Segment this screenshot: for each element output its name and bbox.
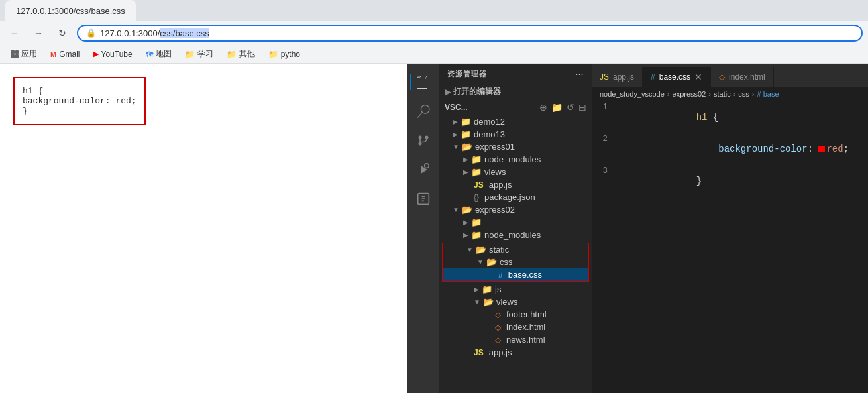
chevron-right-icon: ▶ (445, 87, 451, 97)
tree-item-appjs-2[interactable]: JS app.js (439, 346, 592, 359)
tree-label: node_modules (484, 230, 541, 240)
bookmarks-bar: 应用 M Gmail ▶ YouTube 🗺 地图 📁 学习 📁 其他 📁 py… (0, 45, 868, 64)
bookmark-python[interactable]: 📁 pytho (263, 48, 305, 60)
explorer-activity-icon[interactable] (410, 69, 437, 95)
refresh-button[interactable]: ↻ (53, 24, 72, 42)
tree-item-css[interactable]: ▼ 📂 css (443, 256, 588, 268)
tree-item-packagejson[interactable]: {} package.json (439, 191, 592, 203)
bookmark-gmail[interactable]: M Gmail (45, 48, 85, 60)
refresh-tree-icon[interactable]: ↺ (567, 102, 574, 113)
tree-item-static[interactable]: ▼ 📂 static (443, 243, 588, 256)
folder-open-icon: 📂 (483, 297, 494, 307)
static-folder-group: ▼ 📂 static ▼ 📂 css # base.css (442, 243, 589, 282)
maps-icon: 🗺 (146, 50, 153, 58)
tree-item-node-modules-1[interactable]: ▶ 📁 node_modules (439, 153, 592, 166)
folder-open-icon: 📂 (476, 245, 486, 254)
folder-icon-study: 📁 (185, 50, 195, 59)
tree-item-express02[interactable]: ▼ 📂 express02 (439, 203, 592, 216)
close-tab-icon[interactable]: ✕ (694, 72, 702, 82)
bookmark-other[interactable]: 📁 其他 (221, 47, 260, 61)
tree-label: express01 (475, 142, 515, 152)
tree-item-news-html[interactable]: ◇ news.html (439, 333, 592, 346)
browser-page: h1 { background-color: red; } (0, 64, 407, 393)
apps-icon (11, 50, 19, 58)
svg-point-4 (425, 164, 429, 168)
open-editors-header[interactable]: ▶ 打开的编辑器 (439, 84, 592, 99)
js-file-icon: JS (474, 348, 484, 357)
code-indent (696, 144, 719, 154)
collapse-all-icon[interactable]: ⊟ (578, 102, 586, 113)
tab-label: app.js (613, 72, 634, 82)
tab-html-icon: ◇ (719, 72, 725, 82)
tree-item-express01[interactable]: ▼ 📂 express01 (439, 140, 592, 153)
tree-item-empty[interactable]: ▶ 📁 (439, 216, 592, 229)
tab-indexhtml[interactable]: ◇ index.html (711, 67, 774, 87)
tree-item-demo13[interactable]: ▶ 📁 demo13 (439, 128, 592, 140)
tree-item-appjs-1[interactable]: JS app.js (439, 178, 592, 191)
address-bar[interactable]: 🔒 127.0.0.1:3000/css/base.css (77, 25, 863, 42)
forward-button[interactable]: → (29, 24, 48, 42)
breadcrumb-text: express02 (673, 90, 706, 98)
bookmark-youtube[interactable]: ▶ YouTube (88, 48, 138, 60)
bookmark-gmail-label: Gmail (59, 50, 80, 59)
tab-basecss[interactable]: # base.css ✕ (643, 67, 711, 87)
tree-item-basecss[interactable]: # base.css (443, 268, 588, 281)
code-line-1: h1 { (23, 86, 136, 96)
run-activity-icon[interactable] (410, 156, 437, 183)
sidebar-menu-dots[interactable]: ··· (576, 70, 584, 78)
browser-tab-active[interactable]: 127.0.0.1:3000/css/base.css (5, 0, 136, 21)
chevron-right-icon: ▶ (453, 131, 458, 138)
bookmark-study[interactable]: 📁 学习 (180, 47, 219, 61)
git-activity-icon[interactable] (410, 127, 437, 154)
folder-icon: 📁 (471, 154, 482, 164)
editor-breadcrumb: node_study_vscode › express02 › static ›… (592, 87, 868, 101)
tree-label: js (495, 284, 501, 294)
chevron-down-icon: ▼ (453, 206, 459, 213)
tree-item-index-html[interactable]: ◇ index.html (439, 321, 592, 333)
gmail-icon: M (50, 50, 56, 58)
vscode-body: 资源管理器 ··· ▶ 打开的编辑器 VSC... ⊕ 📁 ↺ ⊟ (407, 64, 868, 393)
browser-chrome: 127.0.0.1:3000/css/base.css ← → ↻ 🔒 127.… (0, 0, 868, 64)
tree-item-node-modules-2[interactable]: ▶ 📁 node_modules (439, 229, 592, 241)
editor-line-2: 2 background-color: red; (592, 133, 868, 165)
editor-line-3: 3 } (592, 165, 868, 197)
tree-item-views-1[interactable]: ▶ 📁 views (439, 166, 592, 178)
folder-icon: 📁 (471, 230, 482, 240)
tab-bar: 127.0.0.1:3000/css/base.css (0, 0, 868, 21)
url-path: css/base.css (160, 28, 209, 38)
tree-label: base.css (508, 270, 542, 280)
tree-label: news.html (506, 335, 545, 345)
tree-item-footer-html[interactable]: ◇ footer.html (439, 308, 592, 321)
svg-point-2 (419, 136, 422, 139)
html-file-icon: ◇ (495, 323, 501, 332)
tree-label: views (496, 297, 518, 307)
code-editor[interactable]: 1 h1 { 2 background-color: red; 3 (592, 101, 868, 393)
tab-js-icon: JS (600, 72, 609, 82)
tree-item-demo12[interactable]: ▶ 📁 demo12 (439, 115, 592, 128)
bookmark-apps[interactable]: 应用 (5, 47, 42, 61)
line-number: 3 (592, 166, 618, 176)
youtube-icon: ▶ (93, 50, 99, 58)
new-folder-icon[interactable]: 📁 (551, 102, 563, 113)
chevron-right-icon: ▶ (453, 118, 458, 125)
folder-icon-python: 📁 (268, 50, 278, 59)
folder-open-icon: 📂 (462, 142, 472, 152)
tab-appjs[interactable]: JS app.js (592, 67, 643, 87)
tree-label: footer.html (506, 309, 547, 319)
extensions-activity-icon[interactable] (410, 186, 437, 212)
new-file-icon[interactable]: ⊕ (539, 102, 547, 113)
tree-item-views-2[interactable]: ▼ 📂 views (439, 296, 592, 308)
tree-label: express02 (475, 205, 515, 215)
line-number: 2 (592, 134, 618, 144)
tab-css-icon: # (651, 72, 655, 82)
breadcrumb-text: # base (757, 90, 779, 98)
bookmark-maps[interactable]: 🗺 地图 (140, 47, 177, 61)
code-value: red (826, 144, 843, 154)
tree-root-label: VSC... (445, 103, 468, 112)
back-button[interactable]: ← (5, 24, 24, 42)
editor-area: JS app.js # base.css ✕ ◇ index.html (592, 64, 868, 393)
tree-item-js[interactable]: ▶ 📁 js (439, 283, 592, 296)
code-brace: } (696, 176, 702, 186)
search-activity-icon[interactable] (410, 98, 437, 125)
bookmark-youtube-label: YouTube (101, 50, 133, 59)
